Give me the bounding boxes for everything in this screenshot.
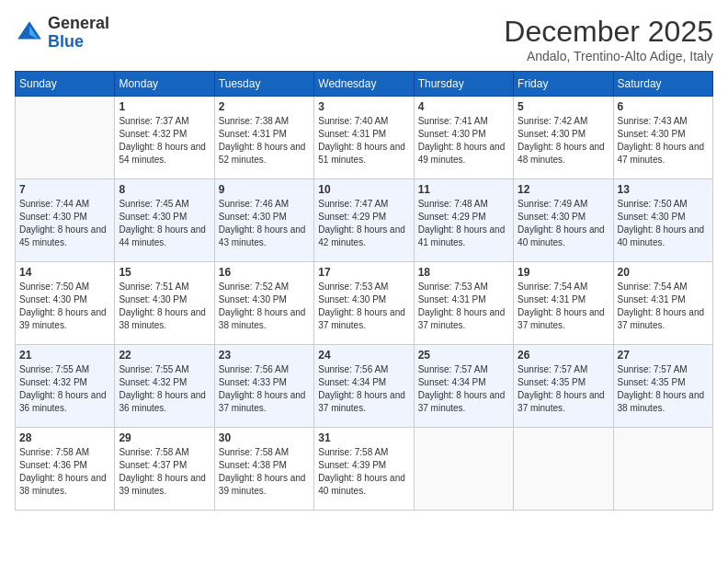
calendar-cell: 19Sunrise: 7:54 AMSunset: 4:31 PMDayligh…	[514, 262, 613, 345]
daylight-text: Daylight: 8 hours and 51 minutes.	[318, 141, 409, 167]
calendar-cell: 15Sunrise: 7:51 AMSunset: 4:30 PMDayligh…	[115, 262, 214, 345]
calendar-header-row: SundayMondayTuesdayWednesdayThursdayFrid…	[16, 72, 713, 97]
sunset-text: Sunset: 4:30 PM	[119, 293, 210, 306]
daylight-text: Daylight: 8 hours and 37 minutes.	[618, 306, 709, 332]
day-info: Sunrise: 7:54 AMSunset: 4:31 PMDaylight:…	[618, 281, 709, 332]
day-info: Sunrise: 7:57 AMSunset: 4:35 PMDaylight:…	[518, 363, 609, 415]
sunset-text: Sunset: 4:38 PM	[219, 459, 310, 472]
calendar-cell: 22Sunrise: 7:55 AMSunset: 4:32 PMDayligh…	[115, 345, 214, 428]
daylight-text: Daylight: 8 hours and 43 minutes.	[219, 224, 310, 249]
sunset-text: Sunset: 4:30 PM	[318, 293, 409, 306]
sunset-text: Sunset: 4:30 PM	[119, 211, 210, 224]
day-info: Sunrise: 7:58 AMSunset: 4:38 PMDaylight:…	[219, 446, 310, 498]
day-info: Sunrise: 7:43 AMSunset: 4:30 PMDaylight:…	[618, 115, 709, 167]
sunrise-text: Sunrise: 7:49 AM	[518, 198, 609, 211]
location: Andalo, Trentino-Alto Adige, Italy	[504, 49, 713, 63]
sunset-text: Sunset: 4:39 PM	[318, 459, 409, 472]
sunset-text: Sunset: 4:31 PM	[618, 293, 709, 306]
day-number: 2	[219, 100, 310, 113]
sunrise-text: Sunrise: 7:47 AM	[318, 198, 409, 211]
sunrise-text: Sunrise: 7:58 AM	[219, 446, 310, 459]
month-title: December 2025	[504, 15, 713, 49]
day-number: 1	[119, 100, 210, 113]
sunrise-text: Sunrise: 7:45 AM	[119, 198, 210, 211]
sunset-text: Sunset: 4:32 PM	[119, 376, 210, 389]
daylight-text: Daylight: 8 hours and 40 minutes.	[318, 472, 409, 498]
sunrise-text: Sunrise: 7:50 AM	[618, 198, 709, 211]
calendar-cell	[514, 428, 613, 511]
sunset-text: Sunset: 4:34 PM	[318, 376, 409, 389]
daylight-text: Daylight: 8 hours and 38 minutes.	[618, 389, 709, 415]
day-info: Sunrise: 7:55 AMSunset: 4:32 PMDaylight:…	[19, 363, 110, 415]
daylight-text: Daylight: 8 hours and 41 minutes.	[418, 224, 509, 249]
daylight-text: Daylight: 8 hours and 40 minutes.	[618, 224, 709, 249]
day-info: Sunrise: 7:56 AMSunset: 4:33 PMDaylight:…	[219, 363, 310, 415]
sunset-text: Sunset: 4:30 PM	[19, 211, 110, 224]
day-number: 20	[618, 266, 709, 279]
daylight-text: Daylight: 8 hours and 37 minutes.	[418, 306, 509, 332]
calendar-week-row: 7Sunrise: 7:44 AMSunset: 4:30 PMDaylight…	[16, 179, 713, 262]
calendar-cell: 18Sunrise: 7:53 AMSunset: 4:31 PMDayligh…	[414, 262, 513, 345]
weekday-header: Wednesday	[314, 72, 414, 97]
day-info: Sunrise: 7:55 AMSunset: 4:32 PMDaylight:…	[119, 363, 210, 415]
logo-general-text: General	[48, 14, 109, 32]
daylight-text: Daylight: 8 hours and 39 minutes.	[19, 306, 110, 332]
day-info: Sunrise: 7:53 AMSunset: 4:31 PMDaylight:…	[418, 281, 509, 332]
weekday-header: Saturday	[613, 72, 712, 97]
day-info: Sunrise: 7:46 AMSunset: 4:30 PMDaylight:…	[219, 198, 310, 249]
sunset-text: Sunset: 4:32 PM	[119, 128, 210, 141]
sunrise-text: Sunrise: 7:51 AM	[119, 281, 210, 293]
day-number: 28	[19, 431, 110, 444]
sunrise-text: Sunrise: 7:53 AM	[318, 281, 409, 293]
day-number: 25	[418, 349, 509, 362]
day-info: Sunrise: 7:48 AMSunset: 4:29 PMDaylight:…	[418, 198, 509, 249]
day-info: Sunrise: 7:45 AMSunset: 4:30 PMDaylight:…	[119, 198, 210, 249]
day-info: Sunrise: 7:57 AMSunset: 4:34 PMDaylight:…	[418, 363, 509, 415]
day-info: Sunrise: 7:52 AMSunset: 4:30 PMDaylight:…	[219, 281, 310, 332]
calendar-cell	[414, 428, 513, 511]
day-info: Sunrise: 7:56 AMSunset: 4:34 PMDaylight:…	[318, 363, 409, 415]
daylight-text: Daylight: 8 hours and 54 minutes.	[119, 141, 210, 167]
calendar-cell: 26Sunrise: 7:57 AMSunset: 4:35 PMDayligh…	[514, 345, 613, 428]
sunrise-text: Sunrise: 7:52 AM	[219, 281, 310, 293]
calendar: SundayMondayTuesdayWednesdayThursdayFrid…	[15, 71, 713, 511]
day-info: Sunrise: 7:58 AMSunset: 4:37 PMDaylight:…	[119, 446, 210, 498]
logo-blue-text: Blue	[48, 32, 84, 51]
calendar-cell: 3Sunrise: 7:40 AMSunset: 4:31 PMDaylight…	[314, 97, 414, 179]
daylight-text: Daylight: 8 hours and 37 minutes.	[318, 306, 409, 332]
sunset-text: Sunset: 4:31 PM	[418, 293, 509, 306]
sunset-text: Sunset: 4:30 PM	[19, 293, 110, 306]
day-number: 12	[518, 183, 609, 196]
day-number: 11	[418, 183, 509, 196]
daylight-text: Daylight: 8 hours and 37 minutes.	[518, 389, 609, 415]
daylight-text: Daylight: 8 hours and 49 minutes.	[418, 141, 509, 167]
day-info: Sunrise: 7:58 AMSunset: 4:36 PMDaylight:…	[19, 446, 110, 498]
sunrise-text: Sunrise: 7:38 AM	[219, 115, 310, 128]
day-number: 26	[518, 349, 609, 362]
sunrise-text: Sunrise: 7:55 AM	[19, 363, 110, 376]
sunrise-text: Sunrise: 7:41 AM	[418, 115, 509, 128]
day-info: Sunrise: 7:47 AMSunset: 4:29 PMDaylight:…	[318, 198, 409, 249]
day-number: 15	[119, 266, 210, 279]
daylight-text: Daylight: 8 hours and 44 minutes.	[119, 224, 210, 249]
sunset-text: Sunset: 4:35 PM	[618, 376, 709, 389]
sunrise-text: Sunrise: 7:42 AM	[518, 115, 609, 128]
sunrise-text: Sunrise: 7:37 AM	[119, 115, 210, 128]
calendar-week-row: 21Sunrise: 7:55 AMSunset: 4:32 PMDayligh…	[16, 345, 713, 428]
day-info: Sunrise: 7:50 AMSunset: 4:30 PMDaylight:…	[19, 281, 110, 332]
daylight-text: Daylight: 8 hours and 40 minutes.	[518, 224, 609, 249]
sunset-text: Sunset: 4:31 PM	[219, 128, 310, 141]
calendar-cell: 14Sunrise: 7:50 AMSunset: 4:30 PMDayligh…	[16, 262, 115, 345]
daylight-text: Daylight: 8 hours and 47 minutes.	[618, 141, 709, 167]
calendar-cell: 11Sunrise: 7:48 AMSunset: 4:29 PMDayligh…	[414, 179, 513, 262]
day-info: Sunrise: 7:44 AMSunset: 4:30 PMDaylight:…	[19, 198, 110, 249]
day-info: Sunrise: 7:41 AMSunset: 4:30 PMDaylight:…	[418, 115, 509, 167]
sunset-text: Sunset: 4:36 PM	[19, 459, 110, 472]
day-number: 24	[318, 349, 409, 362]
daylight-text: Daylight: 8 hours and 39 minutes.	[219, 472, 310, 498]
day-info: Sunrise: 7:40 AMSunset: 4:31 PMDaylight:…	[318, 115, 409, 167]
sunrise-text: Sunrise: 7:40 AM	[318, 115, 409, 128]
calendar-cell: 10Sunrise: 7:47 AMSunset: 4:29 PMDayligh…	[314, 179, 414, 262]
calendar-cell: 12Sunrise: 7:49 AMSunset: 4:30 PMDayligh…	[514, 179, 613, 262]
logo: General Blue	[15, 15, 109, 52]
